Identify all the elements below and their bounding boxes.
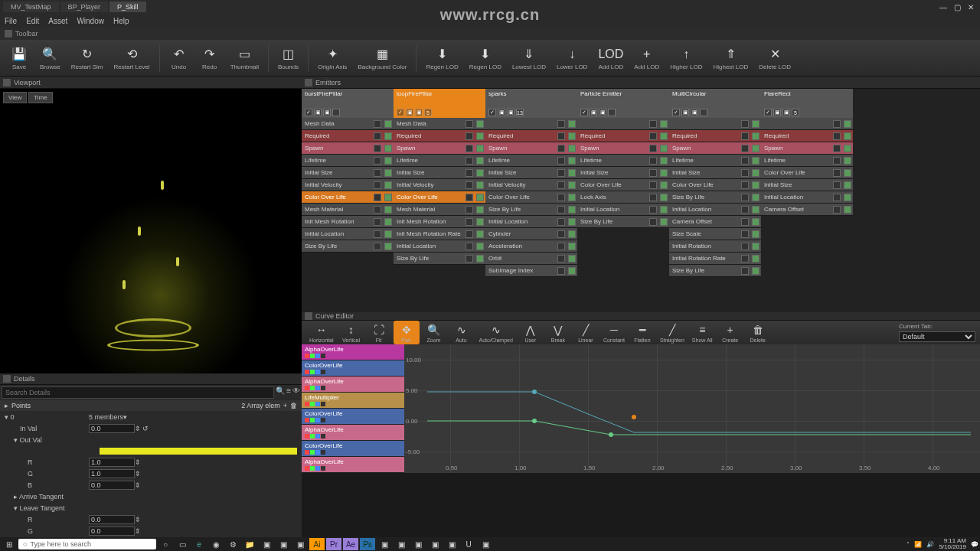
linear-button[interactable]: ╱Linear: [573, 321, 599, 344]
emitter-module[interactable]: Lock Axis: [577, 191, 669, 204]
emitter-module[interactable]: Size By Life: [669, 265, 761, 277]
emitter-module[interactable]: Lifetime: [761, 155, 853, 167]
pan-button[interactable]: ✥Pan: [394, 321, 420, 344]
clear-icon[interactable]: 🗑: [290, 402, 297, 409]
window-close-icon[interactable]: ✕: [965, 2, 977, 12]
details-category-points[interactable]: ▸ Points2 Array elem + 🗑: [0, 400, 302, 411]
app-icon[interactable]: ▣: [377, 538, 392, 550]
emitter-module[interactable]: [669, 118, 761, 130]
ps-icon[interactable]: Ps: [360, 538, 375, 550]
r2-input[interactable]: [89, 515, 135, 524]
lower-lod-button[interactable]: ↓Lower LOD: [552, 41, 592, 75]
emitter-module[interactable]: Initial Size: [302, 167, 394, 179]
emitter-module[interactable]: Initial Velocity: [302, 179, 394, 191]
emitter-module[interactable]: Initial Size: [394, 167, 485, 179]
emitter-module[interactable]: Color Over Life: [669, 179, 761, 191]
ue-icon[interactable]: U: [461, 538, 476, 550]
emitter-module[interactable]: Initial Location: [669, 204, 761, 216]
restart-level-button[interactable]: ⟲Restart Level: [109, 41, 154, 75]
regen-lod-button[interactable]: ⬇Regen LOD: [465, 41, 506, 75]
emitter-module[interactable]: Size By Life: [485, 204, 577, 216]
color-preview[interactable]: [100, 448, 297, 455]
editor-tab-bp[interactable]: BP_Player: [60, 2, 109, 12]
emitter-module[interactable]: Init Mesh Rotation: [394, 216, 485, 228]
emitter-header[interactable]: loopFirePillar✓▣▣5: [394, 89, 485, 118]
tray-up-icon[interactable]: ˄: [906, 541, 910, 548]
emitter-module[interactable]: Mesh Material: [302, 204, 394, 216]
window-maximize-icon[interactable]: ▢: [951, 2, 963, 12]
emitter-module[interactable]: Initial Location: [394, 240, 485, 253]
emitter-module[interactable]: Initial Location: [577, 204, 669, 216]
highest-lod-button[interactable]: ⇑Highest LOD: [708, 41, 753, 75]
emitter-module[interactable]: Lifetime: [669, 155, 761, 167]
emitter-module[interactable]: Spawn: [577, 142, 669, 155]
fit-button[interactable]: ⛶Fit: [366, 321, 392, 344]
emitter-module[interactable]: Camera Offset: [669, 216, 761, 228]
app-icon[interactable]: ▣: [410, 538, 426, 550]
emitter-module[interactable]: Camera Offset: [761, 204, 853, 216]
add-lod-button[interactable]: +Add LOD: [629, 41, 664, 75]
emitter-module[interactable]: Color Over Life: [485, 191, 577, 204]
filter-icon[interactable]: ≡: [286, 386, 291, 399]
emitter-module[interactable]: Size By Life: [394, 253, 485, 265]
emitter-module[interactable]: Size By Life: [302, 240, 394, 253]
search-icon[interactable]: 🔍: [276, 386, 285, 399]
menu-window[interactable]: Window: [77, 17, 104, 25]
emitter-module[interactable]: Lifetime: [485, 155, 577, 167]
app-icon[interactable]: ▣: [478, 538, 493, 550]
curve-track-item[interactable]: AlphaOverLife: [302, 344, 404, 360]
browse-button[interactable]: 🔍Browse: [35, 41, 65, 75]
origin-axis-button[interactable]: ✦Origin Axis: [313, 41, 351, 75]
curve-track-item[interactable]: ColorOverLife: [302, 441, 404, 457]
emitter-module[interactable]: Initial Size: [485, 167, 577, 179]
add-lod-button[interactable]: LODAdd LOD: [593, 41, 628, 75]
app-icon[interactable]: ▣: [427, 538, 443, 550]
emitter-module[interactable]: Lifetime: [577, 155, 669, 167]
editor-tab-map[interactable]: MV_TestMap: [3, 2, 59, 12]
emitter-module[interactable]: [761, 118, 853, 130]
zoom-button[interactable]: 🔍Zoom: [421, 321, 447, 344]
pr-icon[interactable]: Pr: [326, 538, 341, 550]
b-input[interactable]: [89, 481, 135, 490]
ae-icon[interactable]: Ae: [343, 538, 358, 550]
notifications-icon[interactable]: 💬: [971, 541, 978, 548]
regen-lod-button[interactable]: ⬇Regen LOD: [421, 41, 462, 75]
emitter-module[interactable]: Initial Size: [761, 179, 853, 191]
menu-edit[interactable]: Edit: [26, 17, 39, 25]
app-icon[interactable]: ▣: [259, 538, 274, 550]
emitter-module[interactable]: Spawn: [394, 142, 485, 155]
app-icon[interactable]: ▣: [394, 538, 409, 550]
emitter-module[interactable]: Required: [761, 130, 853, 142]
curve-track-item[interactable]: AlphaOverLife: [302, 377, 404, 393]
details-search-input[interactable]: [2, 386, 274, 399]
emitter-module[interactable]: Initial Size: [669, 167, 761, 179]
curve-track-item[interactable]: AlphaOverLife: [302, 425, 404, 441]
flatten-button[interactable]: ━Flatten: [629, 321, 655, 344]
eye-icon[interactable]: 👁: [292, 386, 300, 399]
emitter-header[interactable]: Particle Emitter✓▣▣: [577, 89, 669, 118]
tray-network-icon[interactable]: 📶: [914, 541, 922, 548]
higher-lod-button[interactable]: ↑Higher LOD: [665, 41, 707, 75]
g2-input[interactable]: [89, 527, 135, 536]
emitter-module[interactable]: Initial Location: [761, 191, 853, 204]
lowest-lod-button[interactable]: ⇓Lowest LOD: [508, 41, 550, 75]
curve-track-item[interactable]: ColorOverLife: [302, 360, 404, 377]
current-tab-select[interactable]: Default: [899, 331, 975, 342]
menu-help[interactable]: Help: [113, 17, 129, 25]
bounds-button[interactable]: ◫Bounds: [273, 41, 303, 75]
inval-input[interactable]: [89, 424, 135, 433]
emitter-module[interactable]: Color Over Life: [394, 191, 485, 204]
viewport-view-button[interactable]: View: [3, 92, 27, 103]
emitter-module[interactable]: Initial Rotation: [669, 240, 761, 253]
vertical-button[interactable]: ↕Vertical: [338, 321, 364, 344]
app-icon[interactable]: ▣: [292, 538, 308, 550]
edge-icon[interactable]: e: [191, 538, 207, 550]
undo-button[interactable]: ↶Undo: [165, 41, 194, 75]
menu-file[interactable]: File: [5, 17, 17, 25]
taskview-icon[interactable]: ▭: [175, 538, 190, 550]
save-button[interactable]: 💾Save: [5, 41, 34, 75]
emitter-module[interactable]: Color Over Life: [761, 167, 853, 179]
emitter-module[interactable]: Lifetime: [302, 155, 394, 167]
emitter-module[interactable]: Spawn: [669, 142, 761, 155]
emitter-module[interactable]: Spawn: [761, 142, 853, 155]
